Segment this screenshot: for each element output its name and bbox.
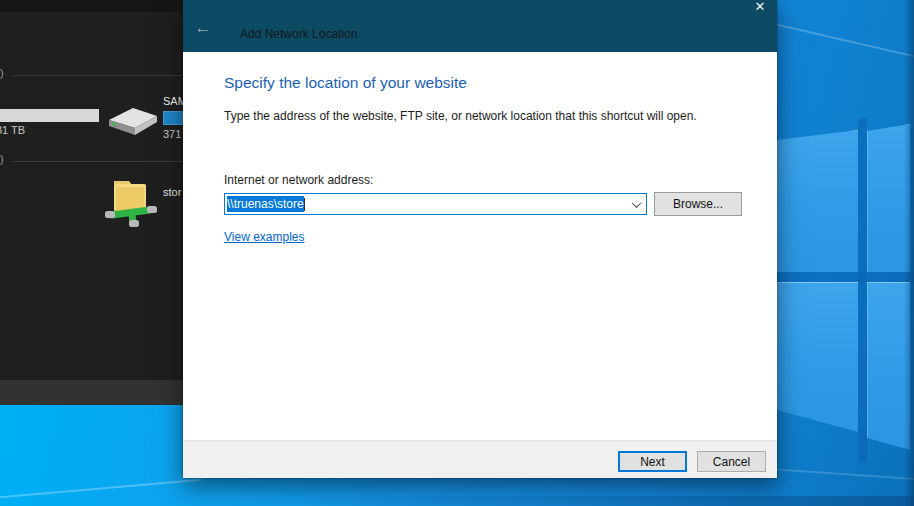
drive-free-space-text: 31 TB <box>0 124 25 136</box>
dialog-header: ← Add Network Location ✕ <box>183 0 777 52</box>
wallpaper-edge-shading <box>300 496 914 506</box>
wallpaper-logo-gap-vertical <box>858 118 867 463</box>
page-title: Specify the location of your website <box>224 74 467 92</box>
cancel-button[interactable]: Cancel <box>697 451 766 472</box>
wallpaper-light-beam <box>770 22 914 76</box>
address-input[interactable]: \\truenas\store <box>225 196 626 212</box>
drive-free-space-text: 371 <box>163 128 184 140</box>
dialog-body: Specify the location of your website Typ… <box>183 52 777 440</box>
address-combobox[interactable]: \\truenas\store <box>224 193 647 215</box>
add-network-location-dialog: ← Add Network Location ✕ Specify the loc… <box>183 0 777 478</box>
network-share-name-label[interactable]: stor <box>163 186 184 198</box>
explorer-group-divider <box>13 75 183 76</box>
hard-drive-icon[interactable] <box>105 98 161 142</box>
wallpaper-logo-pane <box>777 282 858 432</box>
chevron-down-icon <box>631 198 641 208</box>
explorer-status-bar <box>0 380 183 405</box>
explorer-group-header[interactable]: ) <box>0 153 4 165</box>
selected-text: \\truenas\store <box>227 196 304 212</box>
explorer-toolbar-strip <box>0 0 183 12</box>
view-examples-link[interactable]: View examples <box>224 230 304 244</box>
back-arrow-icon[interactable]: ← <box>192 19 214 37</box>
network-share-folder-icon[interactable] <box>104 170 162 227</box>
explorer-group-header[interactable]: ) <box>0 67 4 79</box>
dialog-title: Add Network Location <box>240 27 357 41</box>
wallpaper-edge-shading <box>904 0 914 506</box>
drive-usage-bar <box>163 111 183 125</box>
drive-usage-bar <box>0 109 99 122</box>
file-explorer-window: ) 31 TB SAM 371 ) <box>0 0 183 405</box>
page-description: Type the address of the website, FTP sit… <box>224 109 697 123</box>
combobox-dropdown-button[interactable] <box>626 194 646 214</box>
explorer-group-divider <box>13 161 183 162</box>
browse-button[interactable]: Browse... <box>654 192 742 216</box>
drive-name-label[interactable]: SAM <box>163 95 184 107</box>
wallpaper-light-beam <box>770 468 914 486</box>
wallpaper-logo-pane <box>777 130 858 272</box>
wallpaper-logo-gap-horizontal <box>777 272 914 282</box>
dialog-footer: Next Cancel <box>183 440 777 478</box>
close-icon[interactable]: ✕ <box>752 0 768 15</box>
address-field-label: Internet or network address: <box>224 173 373 187</box>
wallpaper-light-beam <box>0 479 201 499</box>
desktop: ) 31 TB SAM 371 ) <box>0 0 914 506</box>
next-button[interactable]: Next <box>618 451 687 472</box>
text-caret <box>304 198 305 211</box>
